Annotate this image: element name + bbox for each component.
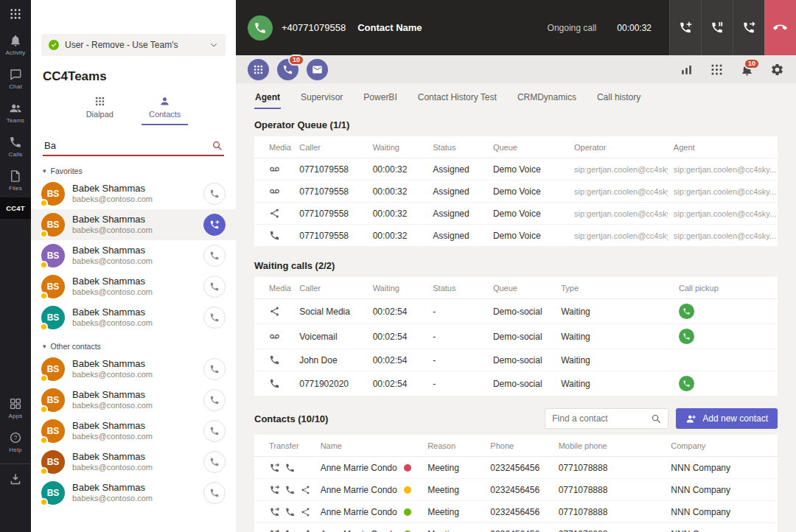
call-contact-button[interactable]: [203, 307, 226, 329]
notifications-button[interactable]: 10: [740, 63, 754, 77]
rail-item-calls[interactable]: Calls: [0, 130, 31, 164]
contact-row[interactable]: BS Babek Shammas babeks@contoso.com: [31, 240, 236, 271]
rail-item-chat[interactable]: Chat: [0, 62, 31, 96]
voicemail-box-button[interactable]: [307, 59, 328, 80]
rail-item-help[interactable]: ?Help: [0, 425, 31, 459]
rail-item-activity[interactable]: Activity: [0, 28, 31, 62]
phone-button[interactable]: [284, 507, 296, 517]
hold-call-button[interactable]: [701, 0, 733, 55]
phone-button[interactable]: [284, 529, 296, 532]
contact-search-input[interactable]: [44, 140, 207, 151]
rail-item-apps[interactable]: Apps: [0, 391, 31, 425]
search-icon[interactable]: [651, 413, 661, 424]
pickup-call-button[interactable]: [679, 376, 694, 391]
tab-crmdynamics[interactable]: CRMDynamics: [517, 85, 577, 109]
tab-call-history[interactable]: Call history: [596, 85, 641, 109]
contact-table-row[interactable]: Anne Marrie Condo Meeting 0232456456 077…: [254, 501, 778, 523]
app-title: CC4Teams: [43, 69, 224, 84]
call-contact-button[interactable]: [203, 276, 226, 298]
sidebar-tab-contacts[interactable]: Contacts: [142, 93, 188, 125]
contact-row[interactable]: BS Babek Shammas babeks@contoso.com: [31, 302, 236, 333]
tab-contact-history-test[interactable]: Contact History Test: [417, 85, 498, 109]
phone-forward-button[interactable]: [269, 485, 280, 495]
pickup-call-button[interactable]: [679, 329, 694, 344]
contact-row[interactable]: BS Babek Shammas babeks@contoso.com: [31, 477, 236, 508]
add-call-button[interactable]: [669, 0, 701, 55]
cell-pickup: [673, 349, 778, 371]
find-contact-input[interactable]: [552, 413, 646, 424]
contact-row[interactable]: BS Babek Shammas babeks@contoso.com: [31, 271, 236, 302]
settings-button[interactable]: [770, 63, 784, 77]
section-header-other-contacts[interactable]: ▾ Other contacts: [43, 342, 224, 351]
contact-email: babeks@contoso.com: [72, 370, 196, 380]
call-contact-button[interactable]: [203, 214, 226, 236]
call-contact-button[interactable]: [203, 389, 226, 411]
section-header-favorites[interactable]: ▾ Favorites: [43, 167, 224, 175]
rail-item-cc4t[interactable]: CC4T: [0, 197, 31, 219]
rail-item-teams[interactable]: Teams: [0, 96, 31, 130]
queue-row[interactable]: 0771079558 00:00:32 Assigned Demo Voice …: [254, 225, 778, 247]
phone-forward-button[interactable]: [269, 507, 280, 517]
apps-grid-button[interactable]: [710, 63, 724, 77]
phone-button[interactable]: [284, 463, 296, 473]
call-contact-button[interactable]: [203, 482, 226, 504]
cell-media: [254, 349, 293, 371]
waiting-call-row[interactable]: 0771902020 00:02:54 - Demo-social Waitin…: [254, 371, 778, 396]
contact-row[interactable]: BS Babek Shammas babeks@contoso.com: [31, 354, 236, 385]
rail-item-files[interactable]: Files: [0, 164, 31, 197]
waiting-call-row[interactable]: Voicemail 00:02:54 - Demo-social Waiting: [254, 324, 778, 349]
contact-row[interactable]: BS Babek Shammas babeks@contoso.com: [31, 209, 236, 240]
calls-button[interactable]: 10: [277, 59, 298, 80]
user-mode-dropdown[interactable]: User - Remove - Use Team's: [41, 34, 226, 56]
contact-row[interactable]: BS Babek Shammas babeks@contoso.com: [31, 385, 236, 416]
cell-media: [254, 181, 293, 203]
presence-dot: [404, 486, 411, 494]
call-contact-button[interactable]: [203, 451, 226, 473]
transfer-call-button[interactable]: [733, 0, 764, 55]
cell-media: [254, 371, 293, 396]
tab-powerbi[interactable]: PowerBI: [363, 85, 397, 109]
cell-name: Anne Marrie Condo: [315, 457, 399, 479]
call-contact-button[interactable]: [203, 245, 226, 267]
rail-item-download[interactable]: [0, 463, 31, 494]
contact-row[interactable]: BS Babek Shammas babeks@contoso.com: [31, 416, 236, 447]
queue-row[interactable]: 0771079558 00:00:32 Assigned Demo Voice …: [254, 181, 778, 203]
queues-button[interactable]: [248, 59, 269, 80]
end-call-button[interactable]: [764, 0, 796, 55]
contact-table-row[interactable]: Anne Marrie Condo Meeting 0232456456 077…: [254, 457, 778, 479]
stats-button[interactable]: [680, 63, 694, 77]
phone-forward-button[interactable]: [269, 463, 280, 473]
contact-table-row[interactable]: Anne Marrie Condo Meeting 0232456456 077…: [254, 523, 778, 532]
sidebar-tab-dialpad[interactable]: Dialpad: [79, 93, 121, 125]
phone-forward-button[interactable]: [269, 529, 280, 532]
contact-row[interactable]: BS Babek Shammas babeks@contoso.com: [31, 447, 236, 477]
add-new-contact-button[interactable]: Add new contact: [676, 408, 778, 429]
avatar: BS: [41, 419, 65, 443]
call-contact-button[interactable]: [203, 358, 226, 380]
cell-waiting: 00:02:54: [367, 324, 427, 349]
rail-item-waffle[interactable]: [0, 0, 31, 28]
queue-row[interactable]: 0771079558 00:00:32 Assigned Demo Voice …: [254, 203, 778, 225]
cell-pickup: [673, 299, 778, 324]
search-icon[interactable]: [212, 140, 223, 151]
rail-item-label: Apps: [8, 413, 22, 419]
phone-button[interactable]: [284, 485, 296, 495]
dialpad-icon: [94, 96, 105, 107]
header-row: MediaCallerWaitingStatusQueueTypeCall pi…: [254, 277, 778, 299]
waiting-call-row[interactable]: Social Media 00:02:54 - Demo-social Wait…: [254, 299, 778, 324]
queue-row[interactable]: 0771079558 00:00:32 Assigned Demo Voice …: [254, 158, 778, 181]
contact-row[interactable]: BS Babek Shammas babeks@contoso.com: [31, 178, 236, 209]
tab-agent[interactable]: Agent: [254, 85, 281, 109]
share-button[interactable]: [300, 485, 311, 495]
share-button[interactable]: [300, 529, 311, 532]
call-contact-button[interactable]: [203, 183, 226, 205]
people-icon: [9, 102, 22, 115]
waiting-call-row[interactable]: John Doe 00:02:54 - Demo-social Waiting: [254, 349, 778, 371]
contact-table-row[interactable]: Anne Marrie Condo Meeting 0232456456 077…: [254, 479, 778, 501]
share-button[interactable]: [300, 507, 311, 517]
call-contact-button[interactable]: [203, 420, 226, 442]
contact-list: ▾ Favorites BS Babek Shammas babeks@cont…: [31, 158, 236, 532]
pickup-call-button[interactable]: [679, 304, 694, 319]
tab-supervisor[interactable]: Supervisor: [300, 85, 343, 109]
cell-presence: [398, 523, 422, 532]
